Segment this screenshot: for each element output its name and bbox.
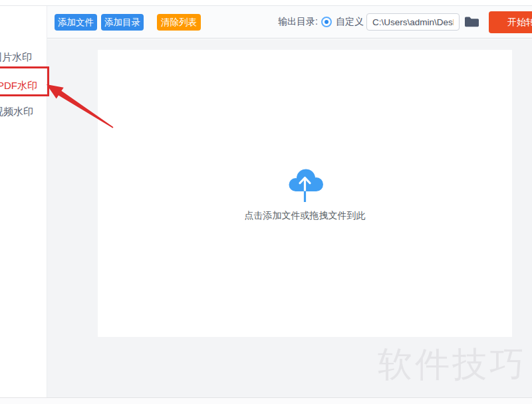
output-path-input[interactable] (366, 13, 460, 31)
dropzone-inner: 点击添加文件或拖拽文件到此 (98, 166, 512, 222)
sidebar: 图片水印 PDF水印 视频水印 (0, 6, 47, 397)
top-strip (0, 0, 532, 6)
clear-list-button[interactable]: 清除列表 (157, 14, 201, 31)
main-panel: 添加文件 添加目录 清除列表 输出目录: 自定义 开始转换 (47, 6, 532, 404)
output-dir-label: 输出目录: (278, 16, 318, 28)
start-convert-button[interactable]: 开始转换 (489, 11, 532, 33)
sidebar-item-pdf-watermark[interactable]: PDF水印 (0, 80, 37, 92)
watermark-app-window: { "sidebar": { "items": [ {"label": "图片水… (0, 0, 532, 404)
radio-dot-icon (325, 20, 329, 24)
file-dropzone[interactable]: 点击添加文件或拖拽文件到此 (98, 50, 512, 337)
content-area: 点击添加文件或拖拽文件到此 软件技巧 (47, 39, 532, 403)
add-directory-button[interactable]: 添加目录 (101, 14, 144, 31)
custom-radio[interactable] (321, 17, 332, 27)
browse-folder-button[interactable] (464, 16, 479, 28)
dropzone-hint-text: 点击添加文件或拖拽文件到此 (98, 210, 512, 222)
add-file-button[interactable]: 添加文件 (55, 14, 97, 31)
sidebar-item-image-watermark[interactable]: 图片水印 (0, 51, 32, 64)
sidebar-item-video-watermark[interactable]: 视频水印 (0, 106, 33, 118)
page-watermark-text: 软件技巧 (378, 342, 527, 388)
custom-option-label[interactable]: 自定义 (336, 16, 364, 28)
folder-icon (464, 16, 479, 28)
bottom-strip (0, 397, 532, 404)
toolbar: 添加文件 添加目录 清除列表 输出目录: 自定义 开始转换 (47, 6, 532, 39)
cloud-upload-icon (286, 166, 324, 203)
